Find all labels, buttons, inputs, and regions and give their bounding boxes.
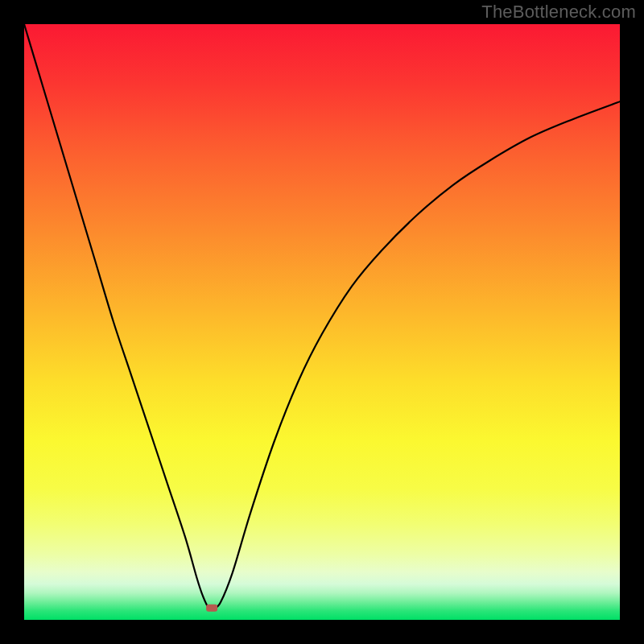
optimum-marker bbox=[206, 605, 217, 612]
plot-area bbox=[24, 24, 620, 620]
chart-svg bbox=[24, 24, 620, 620]
watermark-text: TheBottleneck.com bbox=[481, 2, 636, 23]
chart-frame: TheBottleneck.com bbox=[0, 0, 644, 644]
